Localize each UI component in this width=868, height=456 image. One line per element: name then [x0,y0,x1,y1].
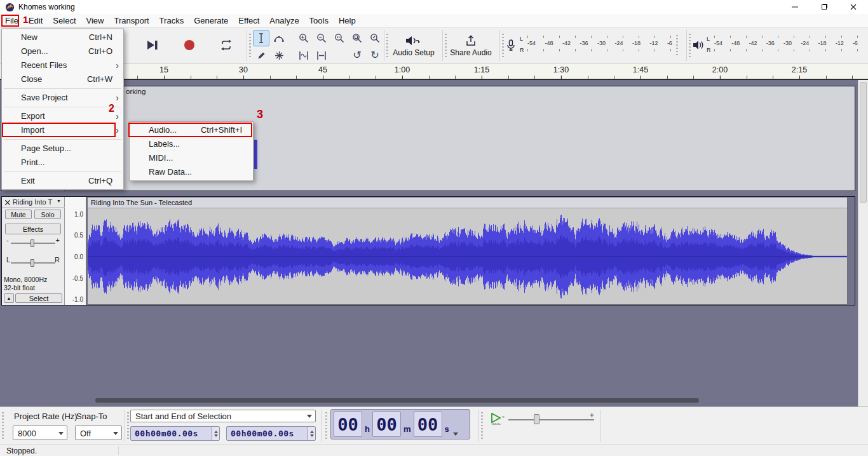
play-speed-toolbar-grip[interactable] [481,412,483,439]
audio-setup-grip[interactable] [386,34,388,57]
menubar-item[interactable]: Help [334,15,361,27]
file-menu-item[interactable]: New Ctrl+N [2,30,123,44]
share-grip[interactable] [445,34,447,57]
file-menu-item[interactable]: Close Ctrl+W [2,72,123,86]
timeline-ruler[interactable]: 1530451:001:151:301:452:002:15 [0,64,868,80]
close-button[interactable] [839,0,868,14]
menubar-item[interactable]: Effect [233,15,264,27]
record-meter-scale: -54-48-42-36-30-24-18-12-6 [527,40,672,46]
clip-title[interactable]: Riding Into The Sun - Telecasted [88,198,847,208]
effects-button[interactable]: Effects [5,224,61,234]
trim-audio-button[interactable] [295,47,312,64]
menubar-item[interactable]: Generate [189,15,233,27]
timeline-tick-label: 1:15 [474,65,489,74]
rate-toolbar-grip[interactable] [2,412,4,439]
skip-to-end-button[interactable] [141,34,164,57]
menubar-item[interactable]: File [0,15,24,27]
time-minutes-unit: m [403,424,411,434]
file-menu-item[interactable]: Recent Files › [2,58,123,72]
import-submenu-item[interactable]: MIDI... [130,151,253,165]
play-speed-slider[interactable] [508,419,594,420]
file-menu-item[interactable]: Save Project › [2,91,123,105]
menubar-item[interactable]: Select [48,15,81,27]
gain-plus-label: + [56,236,60,244]
minimize-button[interactable] [780,0,810,14]
file-menu-item[interactable]: Import › [2,123,123,137]
fit-project-button[interactable] [349,30,365,46]
zoom-toggle-button[interactable] [367,30,383,46]
pan-slider-thumb[interactable] [31,259,34,267]
menubar-item[interactable]: Analyze [264,15,304,27]
vertical-scrollbar[interactable] [858,80,868,406]
record-icon [184,39,195,51]
time-hours[interactable]: 00 [334,412,362,437]
selection-end-field[interactable]: 00h00m00.00s [226,426,316,441]
meter-scale-number: -24 [614,40,623,46]
time-format-caret-icon[interactable] [453,433,458,436]
horizontal-scrollbar-thumb[interactable] [95,398,699,403]
record-button[interactable] [178,34,201,57]
track-menu-caret-icon[interactable]: ▼ [57,199,61,203]
vertical-scale-ruler[interactable]: 1.00.50.0-0.5-1.0 [65,197,86,305]
import-submenu-item[interactable]: Labels... [130,137,253,151]
vertical-scrollbar-thumb[interactable] [860,82,867,203]
import-submenu-item[interactable]: Audio... Ctrl+Shift+I [130,123,253,137]
envelope-tool-button[interactable] [271,30,287,46]
silence-audio-button[interactable] [313,47,330,64]
snap-to-select[interactable]: Off [75,426,122,440]
solo-button[interactable]: Solo [34,210,61,219]
menubar-item[interactable]: Tools [304,15,334,27]
audio-clip[interactable]: Riding Into The Sun - Telecasted [87,197,848,305]
fit-selection-button[interactable] [331,30,348,46]
audio-track-row[interactable]: Riding Into T ▼ Mute Solo Effects - + L … [1,196,855,305]
file-menu-item[interactable]: Page Setup... [2,142,123,156]
meter-scale-number: -12 [649,40,658,46]
time-seconds[interactable]: 00 [414,412,442,437]
selection-toolbar-grip[interactable] [127,412,129,439]
mute-button[interactable]: Mute [5,210,32,219]
bottom-toolbar-area: Project Rate (Hz) 8000 Snap-To Off Start… [0,406,868,445]
audio-position-display[interactable]: 00 h 00 m 00 s [330,409,470,439]
track-close-icon[interactable] [5,200,10,205]
collapse-track-button[interactable]: ▲ [4,293,14,303]
play-at-speed-icon [491,413,502,426]
redo-button[interactable]: ↻ [367,47,383,64]
recording-meter[interactable]: L R -54-48-42-36-30-24-18-12-6 [503,31,685,60]
track-select-button[interactable]: Select [15,293,62,303]
time-minutes[interactable]: 00 [372,412,401,437]
audio-setup-button[interactable]: Audio Setup [390,30,437,62]
zoom-in-button[interactable] [295,30,312,46]
waveform-canvas[interactable] [88,208,847,304]
selection-tool-button[interactable] [253,30,269,46]
play-speed-slider-thumb[interactable] [534,414,539,424]
file-menu-item[interactable]: Exit Ctrl+Q [2,174,123,188]
file-menu-item[interactable]: Print... [2,156,123,170]
loop-button[interactable] [215,34,238,57]
menubar-item[interactable]: View [81,15,109,27]
draw-tool-icon [257,51,266,60]
share-audio-button[interactable]: Share Audio [447,30,494,62]
gain-slider-thumb[interactable] [31,239,34,247]
undo-button[interactable]: ↺ [349,47,365,64]
track-name[interactable]: Riding Into T [13,198,52,206]
selection-mode-select[interactable]: Start and End of Selection [130,410,316,422]
file-menu-item[interactable]: Open... Ctrl+O [2,44,123,58]
zoom-out-button[interactable] [313,30,330,46]
hidden-track-waveform-sliver [254,140,257,169]
menubar-item[interactable]: Transport [109,15,154,27]
playback-meter[interactable]: L R -54-48-42-36-30-24-18-12-6 [690,31,865,60]
timeline-tick-label: 1:45 [633,65,648,74]
import-submenu-item[interactable]: Raw Data... [130,165,253,179]
selection-start-spinner[interactable] [212,427,219,440]
maximize-button[interactable] [810,0,839,14]
file-menu-item[interactable]: Export › [2,109,123,123]
time-toolbar-grip[interactable] [325,412,327,439]
selection-end-spinner[interactable] [308,427,315,440]
multi-tool-button[interactable] [271,47,287,64]
selection-start-field[interactable]: 00h00m00.00s [130,426,220,441]
draw-tool-button[interactable] [253,47,269,64]
tools-toolbar-grip[interactable] [249,34,251,57]
menubar-item[interactable]: Tracks [154,15,189,27]
record-meter-resize-grip[interactable] [676,35,678,57]
project-rate-select[interactable]: 8000 [13,426,67,440]
